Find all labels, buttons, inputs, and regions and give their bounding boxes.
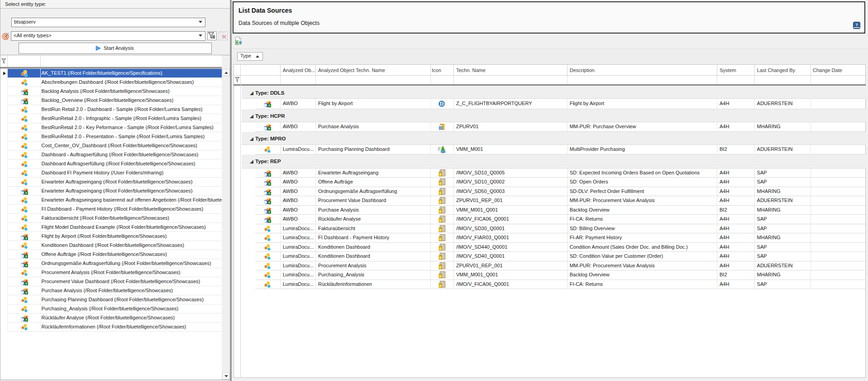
svg-text:D: D (440, 101, 444, 107)
svg-text:?: ? (855, 22, 858, 27)
